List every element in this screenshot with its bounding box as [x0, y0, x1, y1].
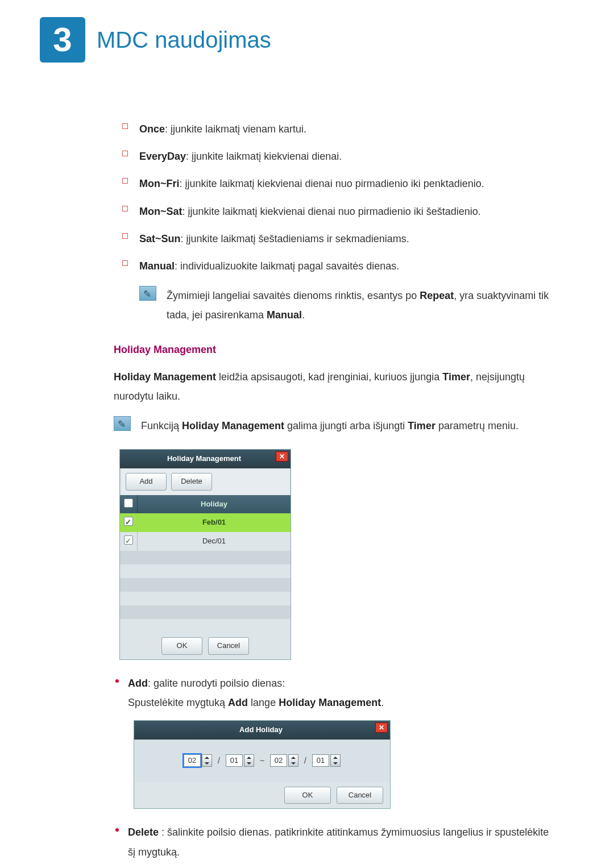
- note-icon: [114, 416, 131, 431]
- ok-button[interactable]: OK: [161, 637, 202, 655]
- desc-once: : įjunkite laikmatį vienam kartui.: [165, 123, 306, 135]
- note-hm-enable: Funkciją Holiday Management galima įjung…: [114, 416, 557, 435]
- repeat-options-list: Once: įjunkite laikmatį vienam kartui. E…: [114, 119, 557, 276]
- close-icon[interactable]: ✕: [276, 451, 288, 462]
- hm-intro-b1: Holiday Management: [114, 371, 216, 383]
- from-month-field[interactable]: 02: [184, 754, 201, 767]
- range-separator: ~: [258, 753, 267, 769]
- from-day-spinner[interactable]: 01: [226, 754, 254, 767]
- hm-col-holiday: Holiday: [138, 495, 291, 514]
- select-all-checkbox[interactable]: [124, 499, 133, 508]
- date-separator: /: [302, 753, 309, 769]
- hm-dialog-title-text: Holiday Management: [167, 454, 241, 463]
- add-desc: : galite nurodyti poilsio dienas:: [148, 678, 285, 689]
- delete-desc: : šalinkite poilsio dienas. patikrinkite…: [128, 827, 549, 857]
- cancel-button[interactable]: Cancel: [208, 637, 249, 655]
- spinner-arrows-icon[interactable]: [244, 754, 254, 767]
- note1-b1: Repeat: [420, 290, 454, 301]
- add-l2d: Holiday Management: [279, 697, 381, 708]
- hm-table-header: Holiday: [120, 495, 291, 514]
- table-row[interactable]: Dec/01: [120, 532, 291, 551]
- ah-dialog-title-text: Add Holiday: [239, 725, 283, 734]
- desc-everyday: : įjunkite laikmatį kiekvienai dienai.: [186, 151, 342, 162]
- delete-button[interactable]: Delete: [171, 473, 212, 491]
- from-month-spinner[interactable]: 02: [184, 754, 212, 767]
- to-month-spinner[interactable]: 02: [270, 754, 298, 767]
- note1-end: .: [302, 309, 305, 321]
- add-l2e: .: [381, 697, 384, 708]
- term-delete: Delete: [128, 827, 159, 838]
- holiday-management-dialog: Holiday Management ✕ Add Delete Holiday …: [119, 449, 291, 660]
- term-add: Add: [128, 678, 148, 689]
- row-checkbox[interactable]: [124, 535, 133, 545]
- hm-dialog-title: Holiday Management ✕: [120, 450, 291, 468]
- note2-end: parametrų meniu.: [435, 420, 518, 431]
- spinner-arrows-icon[interactable]: [202, 754, 212, 767]
- desc-monsat: : įjunkite laikmatį kiekvienai dienai nu…: [182, 206, 481, 217]
- ok-button[interactable]: OK: [284, 787, 331, 804]
- note2-b1: Holiday Management: [182, 420, 284, 431]
- to-month-field[interactable]: 02: [270, 754, 287, 767]
- add-l2b: Add: [228, 697, 248, 708]
- hm-intro-b2: Timer: [442, 371, 470, 383]
- term-everyday: EveryDay: [139, 151, 186, 162]
- add-holiday-dialog: Add Holiday ✕ 02 / 01 ~: [134, 720, 391, 809]
- page-content: Once: įjunkite laikmatį vienam kartui. E…: [114, 119, 557, 868]
- table-row[interactable]: Feb/01: [120, 513, 291, 532]
- spinner-arrows-icon[interactable]: [330, 754, 341, 767]
- add-l2c: lange: [248, 697, 279, 708]
- term-monsat: Mon~Sat: [139, 206, 182, 217]
- note2-b2: Timer: [408, 420, 435, 431]
- add-l2a: Spustelėkite mygtuką: [128, 697, 228, 708]
- term-manual: Manual: [139, 260, 175, 272]
- row-holiday-label: Dec/01: [138, 532, 291, 551]
- note2-mid: galima įjungti arba išjungti: [284, 420, 408, 431]
- cancel-button[interactable]: Cancel: [337, 787, 383, 804]
- note-icon: [139, 286, 156, 301]
- note1-pre: Žymimieji langeliai savaitės dienoms rin…: [167, 290, 420, 301]
- from-day-field[interactable]: 01: [226, 754, 243, 767]
- row-holiday-label: Feb/01: [138, 513, 291, 532]
- row-checkbox[interactable]: [124, 517, 133, 526]
- spinner-arrows-icon[interactable]: [288, 754, 298, 767]
- close-icon[interactable]: ✕: [375, 722, 388, 733]
- chapter-title: MDC naudojimas: [97, 27, 271, 53]
- add-button[interactable]: Add: [126, 473, 167, 491]
- hm-intro: Holiday Management leidžia apsisaugoti, …: [114, 367, 557, 406]
- chapter-number-badge: 3: [40, 17, 85, 63]
- note1-b2: Manual: [267, 309, 302, 321]
- term-monfri: Mon~Fri: [139, 178, 180, 189]
- to-day-spinner[interactable]: 01: [312, 754, 341, 767]
- note-repeat-manual: Žymimieji langeliai savaitės dienoms rin…: [139, 286, 557, 325]
- ah-dialog-title: Add Holiday ✕: [134, 721, 390, 740]
- hm-action-list: Add: galite nurodyti poilsio dienas: Spu…: [114, 674, 557, 868]
- hm-intro-t1: leidžia apsisaugoti, kad įrenginiai, kur…: [216, 371, 442, 383]
- term-once: Once: [139, 123, 165, 135]
- page-header: 3 MDC naudojimas: [40, 17, 574, 63]
- to-day-field[interactable]: 01: [312, 754, 329, 767]
- note2-pre: Funkciją: [141, 420, 182, 431]
- date-separator: /: [215, 753, 222, 769]
- term-satsun: Sat~Sun: [139, 233, 181, 244]
- desc-satsun: : įjunkite laikmatį šeštadieniams ir sek…: [181, 233, 409, 244]
- desc-monfri: : įjunkite laikmatį kiekvienai dienai nu…: [180, 178, 484, 189]
- holiday-management-heading: Holiday Management: [114, 340, 557, 359]
- desc-manual: : individualizuokite laikmatį pagal sava…: [175, 260, 399, 272]
